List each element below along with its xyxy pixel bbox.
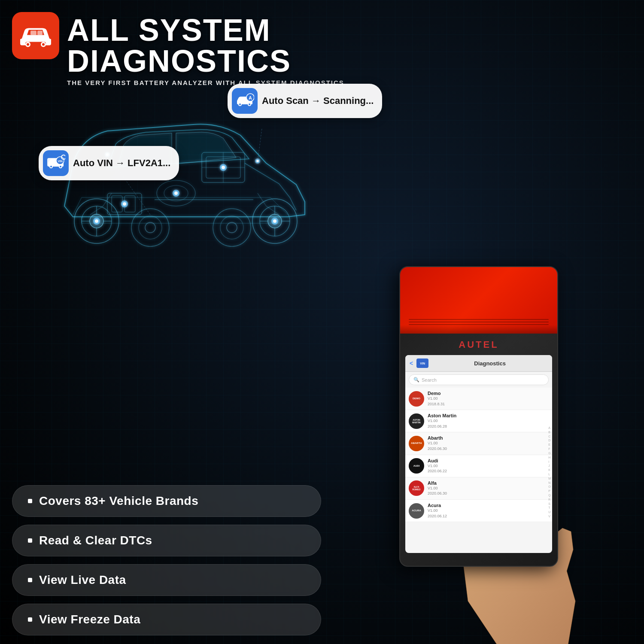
search-icon-sm: 🔍 — [413, 377, 419, 383]
vehicle-version-aston: V1.002020.06.28 — [428, 418, 549, 429]
svg-point-3 — [42, 43, 45, 46]
scanner-top — [400, 267, 557, 334]
vehicle-version-abarth: V1.002020.06.30 — [428, 440, 549, 451]
auto-scan-label: Auto Scan → Scanning... — [262, 95, 374, 106]
vehicle-item-demo[interactable]: DEMO Demo V1.002018.8.31 — [405, 388, 552, 410]
vehicle-name-abarth: Abarth — [428, 435, 549, 440]
svg-point-33 — [213, 209, 251, 246]
feature-text-4: View Freeze Data — [39, 613, 140, 626]
feature-dot-4 — [28, 617, 32, 622]
svg-point-41 — [174, 191, 178, 195]
vehicle-name-demo: Demo — [428, 391, 549, 396]
svg-point-39 — [123, 202, 126, 206]
brand-logo-icon — [12, 12, 59, 59]
vin-icon-text: VIN — [420, 362, 425, 365]
vehicle-logo-abarth: ABARTH — [409, 436, 424, 451]
scanner-device: AUTEL < VIN Diagnostics 🔍 Search — [399, 266, 562, 592]
feature-pill-1: Covers 83+ Vehicle Brands — [12, 485, 321, 517]
svg-text:A: A — [249, 95, 252, 100]
svg-rect-11 — [112, 196, 122, 212]
title-block: ALL SYSTEM DIAGNOSTICS THE VERY FIRST BA… — [67, 12, 344, 86]
svg-rect-5 — [37, 31, 43, 35]
screen-title: Diagnostics — [432, 360, 548, 367]
main-title: ALL SYSTEM DIAGNOSTICS — [67, 15, 344, 76]
svg-text:VIN: VIN — [58, 160, 63, 163]
feature-pill-3: View Live Data — [12, 564, 321, 596]
svg-point-56 — [60, 166, 61, 167]
svg-point-31 — [139, 216, 162, 239]
feature-pill-4: View Freeze Data — [12, 604, 321, 635]
vehicle-name-audi: Audi — [428, 458, 549, 463]
search-placeholder: Search — [422, 377, 437, 383]
vehicle-logo-aston: ASTONMARTIN — [409, 413, 424, 429]
vehicle-item-acura[interactable]: ACURA Acura V1.002020.06.12 — [405, 500, 552, 522]
device-container: AUTEL < VIN Diagnostics 🔍 Search — [378, 266, 644, 644]
svg-point-2 — [27, 43, 29, 46]
auto-vin-badge: VIN Auto VIN → LFV2A1... — [39, 146, 179, 180]
vehicle-logo-acura: ACURA — [409, 503, 424, 519]
vehicle-item-audi[interactable]: AUDI Audi V1.002020.06.22 — [405, 455, 552, 477]
search-bar[interactable]: 🔍 Search — [409, 374, 549, 385]
feature-pill-2: Read & Clear DTCs — [12, 525, 321, 556]
svg-point-35 — [227, 222, 237, 233]
feature-dot-1 — [28, 499, 32, 503]
vehicle-item-alfa[interactable]: ALFAROMEO Alfa V1.002020.06.30 — [405, 477, 552, 500]
feature-text-1: Covers 83+ Vehicle Brands — [39, 494, 198, 508]
device-brand-label: AUTEL — [400, 339, 557, 350]
svg-point-34 — [220, 216, 243, 239]
feature-dot-2 — [28, 538, 32, 543]
auto-scan-badge: A Auto Scan → Scanning... — [228, 84, 382, 118]
vehicle-name-acura: Acura — [428, 503, 549, 508]
alphabet-index: A B C D E F G H I J K L M N O — [548, 426, 551, 518]
header: ALL SYSTEM DIAGNOSTICS THE VERY FIRST BA… — [12, 12, 344, 86]
svg-point-32 — [145, 222, 155, 233]
device-screen: < VIN Diagnostics 🔍 Search — [405, 355, 552, 553]
vehicle-version-demo: V1.002018.8.31 — [428, 396, 549, 407]
auto-scan-icon: A — [232, 88, 258, 114]
vehicle-list-container: DEMO Demo V1.002018.8.31 ASTONMARTIN — [405, 388, 552, 522]
vehicle-list: DEMO Demo V1.002018.8.31 ASTONMARTIN — [405, 388, 552, 522]
vehicle-item-aston[interactable]: ASTONMARTIN Aston Martin V1.002020.06.28 — [405, 410, 552, 432]
vehicle-name-alfa: Alfa — [428, 480, 549, 486]
vehicle-name-aston: Aston Martin — [428, 413, 549, 418]
vehicle-item-abarth[interactable]: ABARTH Abarth V1.002020.06.30 — [405, 432, 552, 455]
vehicle-version-acura: V1.002020.06.12 — [428, 508, 549, 519]
feature-text-2: Read & Clear DTCs — [39, 534, 152, 547]
car-icon — [18, 23, 53, 49]
auto-vin-icon: VIN — [43, 150, 69, 176]
svg-point-43 — [95, 219, 98, 223]
svg-rect-4 — [30, 31, 36, 35]
svg-point-37 — [222, 166, 225, 169]
screen-header: < VIN Diagnostics — [405, 355, 552, 372]
vin-screen-icon: VIN — [416, 358, 428, 368]
feature-dot-3 — [28, 578, 32, 582]
vehicle-version-audi: V1.002020.06.22 — [428, 463, 549, 474]
features-list: Covers 83+ Vehicle Brands Read & Clear D… — [12, 485, 321, 635]
auto-vin-label: Auto VIN → LFV2A1... — [73, 158, 170, 169]
svg-point-45 — [273, 219, 276, 223]
svg-point-63 — [239, 103, 241, 105]
feature-text-3: View Live Data — [39, 573, 126, 587]
vehicle-logo-audi: AUDI — [409, 458, 424, 474]
back-button[interactable]: < — [410, 360, 413, 367]
device-body: AUTEL < VIN Diagnostics 🔍 Search — [399, 266, 558, 567]
svg-point-64 — [249, 103, 250, 105]
svg-point-55 — [50, 166, 52, 167]
vehicle-logo-alfa: ALFAROMEO — [409, 480, 424, 496]
vehicle-logo-demo: DEMO — [409, 391, 424, 407]
vehicle-version-alfa: V1.002020.06.30 — [428, 486, 549, 496]
